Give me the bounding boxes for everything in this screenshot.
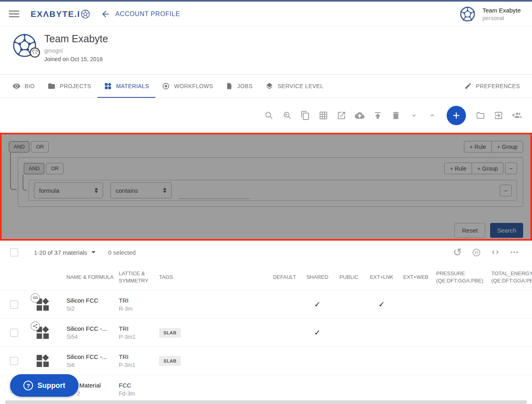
profile-avatar <box>12 33 37 58</box>
column-header-shared[interactable]: SHARED <box>301 274 333 281</box>
pagination-summary[interactable]: 1-20 of 37 materials <box>34 249 95 256</box>
back-arrow-icon[interactable] <box>101 9 110 19</box>
material-name[interactable]: Material <box>79 382 119 389</box>
profile-joined-date: Joined on Oct 15, 2018 <box>44 56 108 62</box>
code-icon[interactable] <box>491 247 500 257</box>
workflow-icon <box>162 82 170 90</box>
add-material-button[interactable] <box>447 106 466 125</box>
logo-ball-icon <box>81 9 90 19</box>
material-formula: 2 <box>77 390 119 397</box>
shared-flag: ✓ <box>301 300 333 309</box>
document-icon <box>226 82 233 90</box>
tab-workflows[interactable]: WORKFLOWS <box>155 75 219 98</box>
column-header-public[interactable]: PUBLIC <box>333 274 364 281</box>
selected-count: 0 selected <box>108 249 136 256</box>
eye-icon <box>12 82 21 90</box>
materials-toolbar <box>0 98 532 133</box>
table-row[interactable]: Silicon FCC -...Si6 TRIP-3m1 SLAB <box>0 347 532 375</box>
material-formula: Si6 <box>66 362 119 368</box>
advanced-search-icon[interactable] <box>282 111 292 120</box>
lattice-type: TRI <box>119 325 159 332</box>
account-chip[interactable]: Team Exabyte personal <box>459 6 521 23</box>
delete-icon[interactable] <box>391 111 401 120</box>
folder-icon <box>48 82 56 90</box>
list-controls-bar: 1-20 of 37 materials 0 selected ↺ <box>0 241 532 264</box>
material-name[interactable]: Silicon FCC -... <box>66 325 119 332</box>
symmetry-group: P-3m1 <box>119 334 159 340</box>
pause-icon[interactable] <box>472 247 481 257</box>
upload-icon[interactable] <box>373 111 383 120</box>
material-icon <box>35 325 50 340</box>
material-formula: Si2 <box>66 305 119 312</box>
tab-bio[interactable]: BIO <box>6 75 41 98</box>
table-row[interactable]: Material2 FCCFd-3m <box>0 375 532 403</box>
cloud-upload-icon[interactable] <box>355 111 364 120</box>
row-checkbox[interactable] <box>10 357 18 365</box>
column-header-pressure[interactable]: PRESSURE(QE:DFT:GGA:PBE) <box>433 270 488 284</box>
menu-icon[interactable] <box>9 10 19 17</box>
profile-section: Team Exabyte gmogni Joined on Oct 15, 20… <box>0 27 532 75</box>
tag-badge: SLAB <box>159 328 181 338</box>
material-icon <box>35 297 50 312</box>
account-avatar <box>459 6 476 23</box>
exit-to-app-icon[interactable] <box>494 111 503 120</box>
range-text: 1-20 of 37 materials <box>34 249 87 256</box>
tab-service-level[interactable]: SERVICE LEVEL <box>259 75 330 98</box>
row-checkbox[interactable] <box>10 329 18 337</box>
link-badge-icon <box>31 293 40 303</box>
tab-label: WORKFLOWS <box>174 83 213 89</box>
expand-less-icon[interactable] <box>427 111 437 120</box>
lattice-type: TRI <box>119 353 159 360</box>
support-label: Support <box>37 381 65 390</box>
tab-projects[interactable]: PROJECTS <box>41 75 97 98</box>
support-button[interactable]: ? Support <box>10 374 79 397</box>
open-in-new-icon[interactable] <box>337 111 346 120</box>
column-header-ext-lnk[interactable]: EXT+LNK <box>364 274 399 281</box>
profile-handle: gmogni <box>44 47 108 54</box>
column-header-default[interactable]: DEFAULT <box>268 274 301 281</box>
column-header-ext-web[interactable]: EXT+WEB <box>399 274 433 281</box>
material-name[interactable]: Silicon FCC <box>66 297 119 304</box>
plus-icon <box>451 110 462 121</box>
pencil-icon <box>464 82 472 90</box>
tab-label: PREFERENCES <box>476 83 520 89</box>
add-group-icon[interactable] <box>512 111 522 120</box>
caret-down-icon <box>91 251 95 254</box>
tab-materials[interactable]: MATERIALS <box>97 75 155 98</box>
column-header-total-energy[interactable]: TOTAL_ENERGY(QE:DFT:GGA:PBE) <box>488 270 532 284</box>
search-icon[interactable] <box>264 111 274 120</box>
tab-jobs[interactable]: JOBS <box>219 75 259 98</box>
query-builder-panel: AND OR + Rule + Group AND OR + Rule <box>0 133 532 241</box>
share-badge-icon <box>31 322 40 331</box>
tab-preferences[interactable]: PREFERENCES <box>458 75 526 98</box>
table-row[interactable]: Silicon FCCSi2 TRIR-3m ✓ ✓ <box>0 291 532 319</box>
column-header-lattice[interactable]: LATTICE &SYMMETRY <box>119 270 159 284</box>
row-checkbox[interactable] <box>10 301 18 309</box>
folder-icon[interactable] <box>476 111 485 120</box>
tab-label: JOBS <box>237 83 253 89</box>
symmetry-group: R-3m <box>119 305 159 312</box>
material-name[interactable]: Silicon FCC -... <box>66 353 119 360</box>
more-options-icon[interactable] <box>509 247 519 257</box>
ext-lnk-flag: ✓ <box>364 300 399 309</box>
grid-view-icon[interactable] <box>319 111 328 120</box>
expand-more-icon[interactable] <box>409 111 419 120</box>
column-header-tags[interactable]: TAGS <box>159 274 268 281</box>
table-row[interactable]: Silicon FCC -...Si54 TRIP-3m1 SLAB ✓ <box>0 319 532 347</box>
horizontal-scrollbar[interactable] <box>5 400 527 404</box>
account-profile-page: EXΛBYTE.I ACCOUNT PROFILE Team Exabyte p… <box>0 0 532 404</box>
copy-icon[interactable] <box>300 111 310 120</box>
symmetry-group: P-3m1 <box>119 362 159 368</box>
tab-label: MATERIALS <box>116 83 149 89</box>
select-all-checkbox[interactable] <box>10 248 18 256</box>
column-header-name[interactable]: NAME & FORMULA <box>66 274 119 281</box>
exabyte-logo[interactable]: EXΛBYTE.I <box>31 9 90 19</box>
shared-flag: ✓ <box>301 328 333 337</box>
layers-icon <box>265 82 273 90</box>
tag-badge: SLAB <box>159 356 181 366</box>
symmetry-group: Fd-3m <box>119 390 159 397</box>
tab-label: SERVICE LEVEL <box>277 83 323 89</box>
refresh-icon[interactable]: ↺ <box>453 247 462 257</box>
disabled-overlay <box>2 134 530 239</box>
account-name: Team Exabyte <box>482 7 521 14</box>
